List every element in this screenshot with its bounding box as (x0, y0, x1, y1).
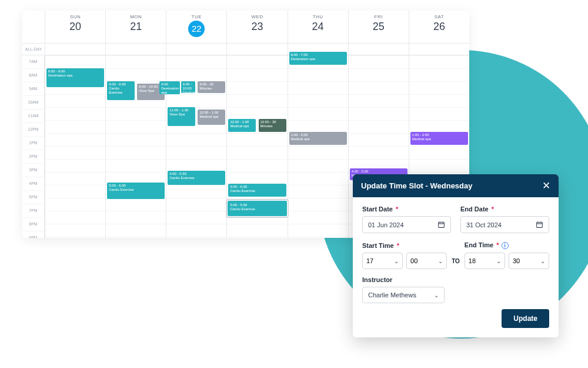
to-label: TO (452, 258, 460, 269)
svg-rect-4 (537, 222, 543, 227)
day-header-sun[interactable]: SUN 20 (45, 11, 105, 43)
day-header-tue[interactable]: TUE 22 (166, 11, 226, 43)
event-tue-dest[interactable]: 9:00 - 10:00 Destination spa (181, 81, 196, 93)
end-min-select[interactable]: 30 ⌄ (509, 253, 549, 269)
event-sun-destination[interactable]: 8:00 - 9:00 Destination spa (46, 68, 104, 87)
start-date-input[interactable]: 01 Jun 2024 (362, 216, 451, 233)
day-headers: SUN 20 MON 21 TUE 22 WED 23 THU 24 FRI 2… (22, 11, 469, 44)
modal-title: Update Time Slot - Wednesday (361, 181, 473, 190)
end-time-label: End Time *i (465, 241, 549, 249)
end-hour-select[interactable]: 18 ⌄ (465, 253, 505, 269)
instructor-select[interactable]: Charlie Methews ⌄ (362, 287, 445, 303)
allday-label: ALL-DAY (22, 44, 45, 55)
event-wed-cardio-selected[interactable]: 5:00 - 5:30 Cardio Exercise (226, 199, 288, 218)
event-thu-med[interactable]: 1:00 - 2:00 Medical spa (289, 132, 347, 145)
event-wed-30min[interactable]: 12:00 - 30 Minutes (259, 119, 286, 132)
day-header-mon[interactable]: MON 21 (105, 11, 166, 43)
modal-header: Update Time Slot - Wednesday ✕ (353, 174, 559, 197)
event-tue-dest-s[interactable]: 9:00 Destination spa (159, 81, 179, 94)
allday-row: ALL-DAY (22, 44, 469, 55)
event-sat-med[interactable]: 1:00 - 2:00 Medical spa (410, 132, 468, 145)
start-hour-select[interactable]: 17 ⌄ (362, 253, 403, 269)
event-tue-30min[interactable]: 9:00 - 30 Minutes (198, 81, 225, 93)
event-mon-cardio-pm[interactable]: 5:00 - 6:30 Cardio Exercise (107, 183, 165, 199)
start-min-select[interactable]: 00 ⌄ (406, 253, 447, 269)
end-date-input[interactable]: 31 Oct 2024 (460, 216, 549, 233)
chevron-down-icon: ⌄ (434, 292, 439, 299)
svg-rect-0 (439, 222, 445, 227)
instructor-label: Instructor (362, 276, 549, 283)
event-tue-med[interactable]: 12:00 - 1:00 Medical spa (198, 110, 225, 125)
day-col-tue[interactable]: 9:00 Destination spa 9:00 - 10:00 Destin… (166, 55, 226, 238)
close-icon[interactable]: ✕ (542, 181, 550, 191)
event-tue-cardio[interactable]: 4:00 - 5:30 Cardio Exercise (168, 171, 225, 185)
day-col-sun[interactable]: 8:00 - 9:00 Destination spa (45, 55, 105, 238)
end-date-label: End Date * (460, 205, 549, 213)
info-icon[interactable]: i (502, 242, 509, 249)
chevron-down-icon: ⌄ (540, 258, 545, 264)
day-col-mon[interactable]: 9:00 - 9:30 Cardio Exercise 9:00 - 10:30… (105, 55, 166, 238)
start-time-label: Start Time * (362, 242, 447, 249)
day-col-thu[interactable]: 6:00 - 7:00 Destination spa 1:00 - 2:00 … (288, 55, 348, 238)
chevron-down-icon: ⌄ (438, 258, 443, 264)
event-tue-glow[interactable]: 11:00 - 1:30 Glow Spa (168, 107, 195, 126)
day-col-wed[interactable]: 12:00 - 1:00 Medical spa 12:00 - 30 Minu… (226, 55, 287, 238)
event-thu-dest[interactable]: 6:00 - 7:00 Destination spa (289, 52, 347, 65)
event-mon-cardio[interactable]: 9:00 - 9:30 Cardio Exercise (107, 81, 135, 100)
start-date-label: Start Date * (362, 205, 451, 213)
day-header-thu[interactable]: THU 24 (288, 11, 348, 43)
calendar-icon (437, 221, 445, 228)
day-header-wed[interactable]: WED 23 (226, 11, 287, 43)
update-timeslot-modal: Update Time Slot - Wednesday ✕ Start Dat… (353, 174, 559, 337)
day-header-sat[interactable]: SAT 26 (409, 11, 469, 43)
time-labels: 7AM 8AM 9AM 10AM 11AM 12PM 1PM 2PM 3PM 4… (22, 55, 45, 238)
update-button[interactable]: Update (502, 309, 549, 328)
chevron-down-icon: ⌄ (496, 258, 501, 264)
calendar-icon (536, 221, 543, 228)
day-header-fri[interactable]: FRI 25 (348, 11, 409, 43)
chevron-down-icon: ⌄ (394, 258, 399, 264)
event-wed-cardio[interactable]: 5:00 - 6:30 Cardio Exercise (228, 184, 286, 197)
event-wed-med[interactable]: 12:00 - 1:00 Medical spa (228, 119, 256, 132)
